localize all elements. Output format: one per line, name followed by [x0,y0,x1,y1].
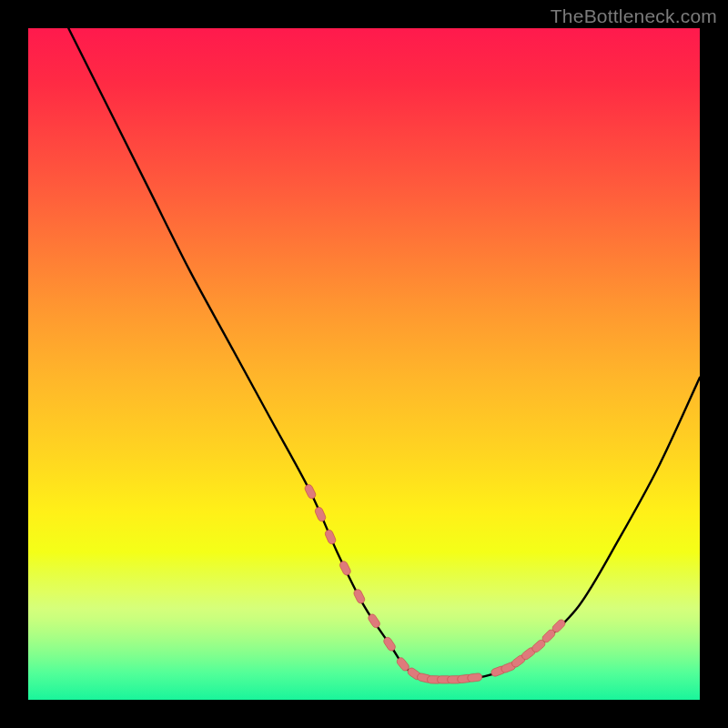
curve-layer [28,28,700,700]
svg-rect-1 [314,506,327,522]
curve-marker [314,506,327,522]
bottleneck-curve [68,28,700,680]
plot-area [28,28,700,700]
marker-group [304,483,567,683]
curve-marker [467,672,482,682]
svg-rect-4 [352,588,366,604]
curve-marker [304,483,318,500]
curve-marker [324,529,337,545]
svg-rect-2 [324,529,337,545]
svg-rect-14 [467,672,482,682]
chart-frame: TheBottleneck.com [0,0,728,728]
svg-rect-3 [339,560,352,576]
curve-marker [352,588,366,604]
curve-marker [339,560,352,576]
svg-rect-0 [304,483,318,500]
watermark-text: TheBottleneck.com [551,5,717,27]
